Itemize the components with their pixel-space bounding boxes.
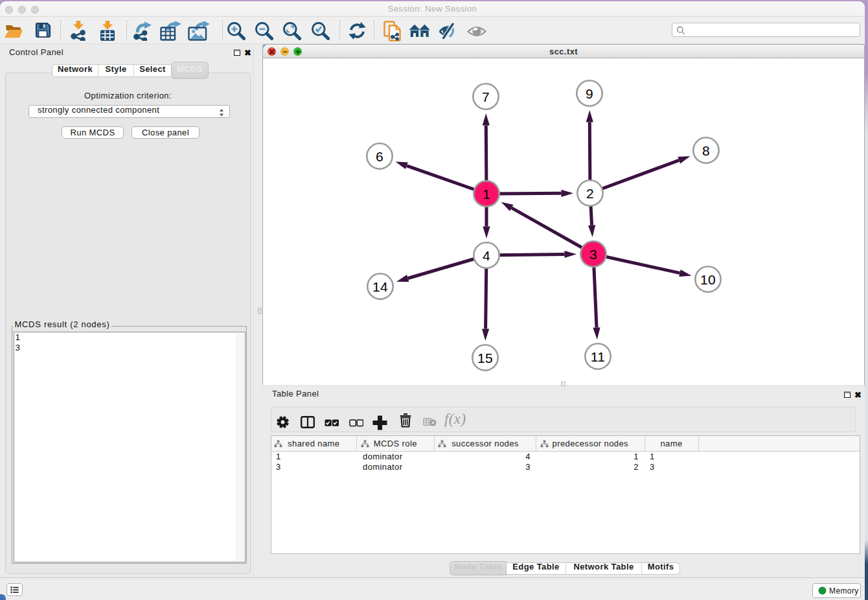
svg-text:14: 14	[372, 279, 388, 294]
svg-text:3: 3	[589, 247, 597, 262]
svg-text:10: 10	[700, 272, 716, 287]
svg-text:9: 9	[586, 86, 593, 101]
svg-text:2: 2	[586, 186, 594, 201]
svg-text:7: 7	[482, 89, 490, 104]
svg-text:1: 1	[483, 187, 490, 202]
svg-text:8: 8	[702, 143, 710, 158]
svg-text:15: 15	[477, 351, 493, 365]
svg-text:6: 6	[376, 149, 383, 164]
svg-text:11: 11	[591, 349, 606, 364]
svg-text:4: 4	[483, 248, 490, 263]
